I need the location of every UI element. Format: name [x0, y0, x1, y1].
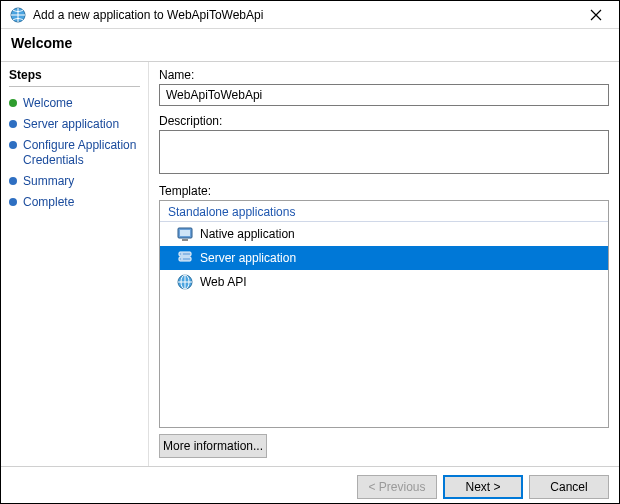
step-label: Configure Application Credentials	[23, 138, 140, 168]
svg-rect-5	[179, 257, 191, 261]
more-information-button[interactable]: More information...	[159, 434, 267, 458]
step-summary[interactable]: Summary	[9, 171, 140, 192]
template-native-application[interactable]: Native application	[160, 222, 608, 246]
step-label: Complete	[23, 195, 74, 210]
main-panel: Name: Description: Template: Standalone …	[149, 62, 619, 466]
app-icon	[9, 6, 27, 24]
previous-button: < Previous	[357, 475, 437, 499]
template-item-label: Server application	[200, 251, 296, 265]
more-information-label: More information...	[163, 439, 263, 453]
svg-rect-3	[182, 239, 188, 241]
step-welcome[interactable]: Welcome	[9, 93, 140, 114]
native-app-icon	[176, 225, 194, 243]
titlebar: Add a new application to WebApiToWebApi	[1, 1, 619, 29]
template-item-label: Web API	[200, 275, 246, 289]
step-server-application[interactable]: Server application	[9, 114, 140, 135]
step-bullet-icon	[9, 120, 17, 128]
svg-point-7	[181, 258, 183, 260]
next-button[interactable]: Next >	[443, 475, 523, 499]
wizard-header: Welcome	[1, 29, 619, 62]
server-app-icon	[176, 249, 194, 267]
step-bullet-icon	[9, 177, 17, 185]
template-list[interactable]: Standalone applications Native applicati…	[159, 200, 609, 428]
template-item-label: Native application	[200, 227, 295, 241]
step-configure-credentials[interactable]: Configure Application Credentials	[9, 135, 140, 171]
wizard-body: Steps Welcome Server application Configu…	[1, 62, 619, 466]
window-title: Add a new application to WebApiToWebApi	[33, 8, 263, 22]
step-bullet-icon	[9, 141, 17, 149]
step-complete[interactable]: Complete	[9, 192, 140, 213]
step-bullet-icon	[9, 198, 17, 206]
svg-rect-2	[180, 230, 190, 236]
divider	[9, 86, 140, 87]
step-label: Server application	[23, 117, 119, 132]
step-label: Summary	[23, 174, 74, 189]
template-label: Template:	[159, 184, 609, 198]
close-icon	[590, 9, 602, 21]
step-bullet-icon	[9, 99, 17, 107]
description-label: Description:	[159, 114, 609, 128]
name-input[interactable]	[159, 84, 609, 106]
template-group-header: Standalone applications	[160, 201, 608, 222]
page-title: Welcome	[11, 35, 609, 51]
step-label: Welcome	[23, 96, 73, 111]
svg-rect-4	[179, 252, 191, 256]
wizard-footer: < Previous Next > Cancel	[1, 466, 619, 504]
template-web-api[interactable]: Web API	[160, 270, 608, 294]
description-input[interactable]	[159, 130, 609, 174]
name-label: Name:	[159, 68, 609, 82]
web-api-icon	[176, 273, 194, 291]
steps-sidebar: Steps Welcome Server application Configu…	[1, 62, 149, 466]
close-button[interactable]	[579, 4, 613, 26]
steps-heading: Steps	[9, 68, 140, 82]
template-server-application[interactable]: Server application	[160, 246, 608, 270]
cancel-button[interactable]: Cancel	[529, 475, 609, 499]
svg-point-6	[181, 253, 183, 255]
